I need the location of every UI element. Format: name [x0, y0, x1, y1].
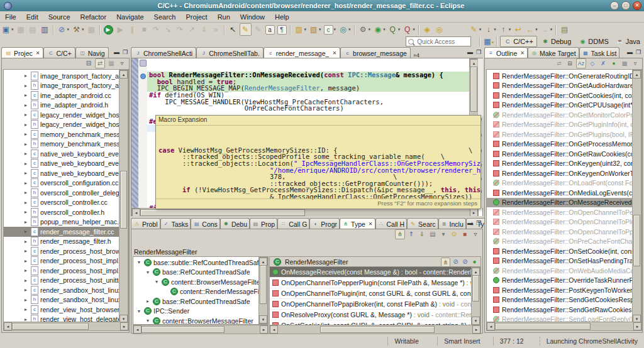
save-icon[interactable]: ▦	[16, 24, 26, 35]
external-tools-icon[interactable]: ⚙ ▾	[358, 24, 372, 35]
expand-arrow-icon[interactable]: ▸	[23, 219, 29, 225]
project-tree-item[interactable]: ▸ c native_web_keyboard_event_a	[4, 159, 128, 169]
new-project-icon[interactable]: ▧ ▾	[308, 24, 322, 35]
dropdown-arrow-icon[interactable]: ▾	[304, 27, 307, 32]
editor-tab[interactable]: J ChromeShellTab.	[196, 47, 264, 58]
profile-icon[interactable]: Q ▾	[387, 24, 401, 35]
outline-item[interactable]: RenderMessageFilter::OnGetCookies(int, c…	[487, 90, 641, 101]
hierarchy-item[interactable]: ▾ C base::subtle::RefCountedThreadSafeB	[133, 258, 268, 268]
dropdown-arrow-icon[interactable]: ▾	[413, 27, 415, 32]
refresh-icon[interactable]: ⊙	[450, 230, 458, 239]
step-into-icon[interactable]: ↘	[163, 24, 174, 35]
expand-arrow-icon[interactable]: ▸	[23, 248, 29, 254]
collapse-all-icon[interactable]: ⊟	[565, 59, 574, 68]
menu-item[interactable]: Search	[149, 13, 181, 21]
expand-arrow-icon[interactable]: ▸	[23, 122, 29, 128]
resume-icon[interactable]: ▶	[115, 24, 126, 35]
expand-arrow-icon[interactable]: ▾	[145, 269, 151, 275]
outline-item[interactable]: RenderMessageFilter::OnOpenChannelToPlug…	[487, 217, 641, 227]
view-menu-icon[interactable]: ▿	[631, 59, 640, 68]
project-tree-item[interactable]: ▸ c render_sandbox_host_linux.cc	[4, 285, 128, 295]
project-tree-item[interactable]: ▸ c memory_benchmark_messag	[4, 129, 128, 139]
view-tab[interactable]: ✎ Searc	[407, 218, 438, 229]
drop-to-frame-icon[interactable]: ⇓	[199, 24, 209, 35]
open-perspective-icon[interactable]: ▦✦	[483, 36, 494, 47]
menu-item[interactable]: Navigate	[111, 13, 148, 21]
forward-icon[interactable]: → ▾	[540, 24, 553, 35]
hide-static-icon[interactable]: ⊘	[461, 258, 469, 266]
expand-arrow-icon[interactable]: ▾	[145, 318, 151, 324]
outline-item[interactable]: RenderMessageFilter::SendGetRawCookiesRe…	[487, 305, 641, 315]
panel-tab[interactable]: ≡ Outline ✕	[484, 47, 528, 58]
expand-arrow-icon[interactable]: ▸	[23, 200, 29, 205]
dropdown-arrow-icon[interactable]: ▾	[348, 27, 351, 32]
perspective-button[interactable]: C C/C++	[500, 36, 537, 47]
expand-arrow-icon[interactable]: ▸	[23, 278, 29, 283]
save-all-icon[interactable]: ▤	[28, 24, 38, 35]
quick-access-box[interactable]	[406, 36, 471, 46]
hide-static-icon[interactable]: ✗	[599, 59, 608, 68]
last-edit-location-icon[interactable]: ↩	[513, 24, 523, 35]
project-tree-item[interactable]: ▸ h render_sandbox_host_linux.h	[4, 295, 128, 305]
view-tab[interactable]: ▤ Prop	[250, 218, 277, 229]
menu-item[interactable]: Window	[235, 13, 270, 21]
hierarchy-vscrollbar[interactable]: ▴ ▾	[258, 257, 268, 324]
member-item[interactable]: OnOpenChannelToPepperPlugin(const FilePa…	[270, 278, 480, 288]
expand-arrow-icon[interactable]: ▸	[23, 92, 29, 98]
outline-item[interactable]: RenderMessageFilter::OnGetRawCookies(con…	[487, 149, 641, 159]
editor-minmax[interactable]: ▬❒	[467, 49, 481, 55]
quick-access-input[interactable]	[416, 38, 469, 46]
dropdown-arrow-icon[interactable]: ▾	[398, 27, 401, 32]
expand-arrow-icon[interactable]: ▸	[23, 287, 29, 293]
view-tab[interactable]: ∷ Call G	[277, 218, 309, 229]
skip-breakpoints-icon[interactable]: ⊘ ▾	[57, 24, 70, 35]
member-item[interactable]: OnOpenChannelToPpapiBroker(int, const Fi…	[270, 299, 480, 310]
expand-arrow-icon[interactable]: ▸	[23, 83, 29, 89]
outline-item[interactable]: RenderMessageFilter::OnMediaLogEvents(co…	[487, 188, 641, 198]
outline-item[interactable]: RenderMessageFilter::OnSetCookie(int, co…	[487, 246, 641, 256]
terminate-icon[interactable]: ■	[139, 24, 150, 35]
project-tree-item[interactable]: ▸ h popup_menu_helper_mac.h	[4, 217, 128, 227]
build-all-icon[interactable]: ▦	[86, 24, 97, 35]
expand-arrow-icon[interactable]: ▸	[23, 141, 29, 147]
icon-gutter[interactable]	[138, 58, 148, 208]
hide-fields-icon[interactable]: ⊘	[452, 258, 460, 266]
outline-item[interactable]: RenderMessageFilter::OnSetHasPendingTran…	[487, 256, 641, 266]
outline-item[interactable]: RenderMessageFilter::OnMessageReceived(c…	[487, 198, 641, 208]
filter-icon[interactable]: ▩	[620, 59, 629, 68]
menu-item[interactable]: Refactor	[75, 13, 112, 21]
show-supertypes-icon[interactable]: ⇑	[407, 230, 416, 239]
hierarchy-item[interactable]: ▸ C base::RefCountedThreadSafe	[133, 296, 268, 307]
show-subtypes-icon[interactable]: ⇓	[418, 230, 426, 239]
close-button[interactable]: ✕	[633, 1, 641, 10]
outline-item[interactable]: RenderMessageFilter::OnGetProcessMemoryS…	[487, 139, 641, 150]
expand-arrow-icon[interactable]: ▸	[23, 73, 29, 79]
print-icon[interactable]: ▥	[40, 24, 50, 35]
dropdown-arrow-icon[interactable]: ▾	[479, 27, 482, 32]
project-tree-item[interactable]: ▸ c render_view_host_browsertest	[4, 305, 128, 315]
editor-tab[interactable]: J ChromeShellActi	[131, 47, 196, 58]
project-tree-item[interactable]: ▸ c native_web_keyboard_event.cc	[4, 168, 128, 178]
step-return-icon[interactable]: ↗	[187, 24, 197, 35]
run-external-icon[interactable]: ◉ ▾	[372, 24, 386, 35]
hide-fields-icon[interactable]: ◇	[588, 59, 597, 68]
perspective-button[interactable]: ☕ Java	[613, 36, 643, 46]
expand-arrow-icon[interactable]: ▸	[23, 209, 29, 215]
outline-item[interactable]: RenderMessageFilter::OnWebAudioMediaCode…	[487, 266, 641, 276]
expand-arrow-icon[interactable]: ▸	[23, 239, 29, 244]
close-icon[interactable]: ✕	[36, 50, 40, 56]
collapse-all-icon[interactable]: ⊟	[84, 59, 93, 68]
run-icon[interactable]: ▶	[103, 24, 114, 35]
project-tree-item[interactable]: ▸ h render_process_host_impl.h	[4, 266, 128, 276]
project-tree-item[interactable]: ▸ c ime_adapter_android.cc	[4, 90, 128, 101]
mark-occurrences-icon[interactable]: ✎	[240, 23, 252, 36]
view-tab[interactable]: ⋔ Type ✕	[340, 218, 375, 229]
expand-arrow-icon[interactable]: ▸	[23, 161, 29, 166]
pin-editor-icon[interactable]: ▤	[559, 24, 570, 35]
outline-item[interactable]: RenderMessageFilter::OnGetCPUUsage(int*)…	[487, 101, 641, 111]
dropdown-arrow-icon[interactable]: ▾	[535, 27, 538, 32]
new-target-icon[interactable]: ◎ ▾	[338, 24, 352, 35]
outline-item[interactable]: RenderMessageFilter::PostKeygenToWorkerT…	[487, 285, 641, 295]
menu-item[interactable]: Run	[213, 13, 235, 21]
panel-minmax[interactable]: ▬❒	[114, 49, 128, 55]
